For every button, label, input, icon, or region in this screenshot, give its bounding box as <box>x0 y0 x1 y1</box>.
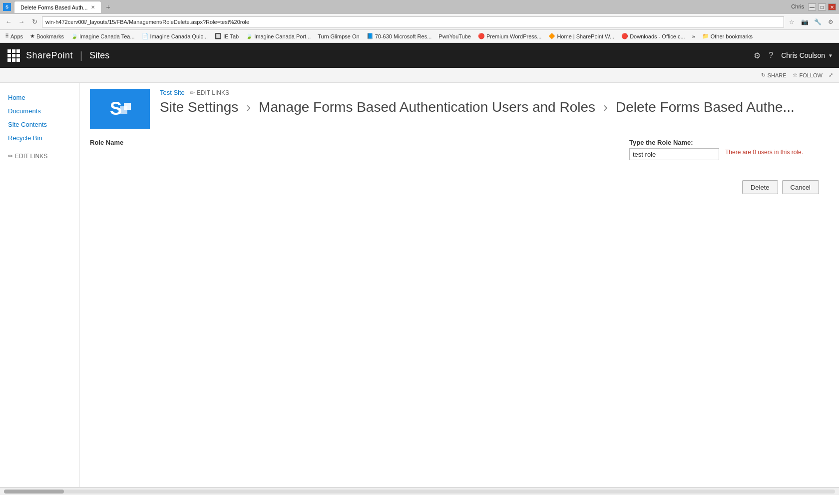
bookmark-other[interactable]: 📁 Other bookmarks <box>700 32 755 40</box>
tab-favicon: S <box>3 3 11 11</box>
settings-icon-topnav[interactable]: ⚙ <box>754 51 761 60</box>
form-error-message: There are 0 users in this role. <box>725 148 803 157</box>
refresh-button[interactable]: ↻ <box>29 16 40 27</box>
bookmark-apps[interactable]: ⠿ Apps <box>3 32 25 40</box>
site-logo-letters: S <box>90 89 150 129</box>
office-icon: 🔴 <box>621 33 628 39</box>
bookmark-more[interactable]: » <box>690 32 697 40</box>
user-menu[interactable]: Chris Coulson ▼ <box>781 51 833 59</box>
sidebar-item-site-contents[interactable]: Site Contents <box>0 118 79 131</box>
horizontal-scrollbar[interactable] <box>0 487 839 495</box>
bookmark-bookmarks[interactable]: ★ Bookmarks <box>28 32 66 40</box>
v-icon: 🔶 <box>548 33 555 39</box>
pencil-icon-leftnav: ✏ <box>8 153 13 160</box>
share-button[interactable]: ↻ SHARE <box>761 72 787 78</box>
tab-title: Delete Forms Based Auth... <box>20 4 88 10</box>
svg-marker-3 <box>120 106 127 114</box>
sites-label: Sites <box>89 50 109 61</box>
apps-label: ⠿ <box>5 33 9 39</box>
form-input-row: There are 0 users in this role. <box>629 148 819 160</box>
sp-content: Home Documents Site Contents Recycle Bin… <box>0 83 839 487</box>
site-header: S Test Site ✏ EDIT LINKS Si <box>90 83 829 129</box>
ie-icon: 🔲 <box>215 33 222 39</box>
new-tab-button[interactable]: + <box>106 3 110 11</box>
scrollbar-track <box>4 490 835 494</box>
sharepoint-topnav: SharePoint | Sites ⚙ ? Chris Coulson ▼ <box>0 43 839 68</box>
site-title-link[interactable]: Test Site <box>160 89 185 96</box>
share-icon: ↻ <box>761 72 766 78</box>
star-icon-ribbon: ☆ <box>793 72 798 78</box>
focus-icon: ⤢ <box>829 72 833 78</box>
topnav-right: ⚙ ? Chris Coulson ▼ <box>754 51 833 60</box>
book-icon: 📘 <box>367 33 374 39</box>
ribbon-bar: ↻ SHARE ☆ FOLLOW ⤢ <box>0 68 839 83</box>
star-icon[interactable]: ☆ <box>786 16 797 27</box>
bookmark-70-630[interactable]: 📘 70-630 Microsoft Res... <box>365 32 434 40</box>
site-edit-links-button[interactable]: ✏ EDIT LINKS <box>190 89 229 96</box>
leaf-icon: 🍃 <box>71 33 78 39</box>
browser-tab[interactable]: Delete Forms Based Auth... ✕ <box>14 1 101 13</box>
site-nav-area: Test Site ✏ EDIT LINKS Site Settings › M… <box>160 89 829 115</box>
form-section: Role Name Type the Role Name: There are … <box>90 139 829 160</box>
user-name: Chris Coulson <box>781 51 825 59</box>
back-button[interactable]: ← <box>3 16 14 27</box>
page-title-breadcrumb: Site Settings › Manage Forms Based Authe… <box>160 99 829 115</box>
scrollbar-thumb[interactable] <box>4 490 64 494</box>
bookmark-downloads-office[interactable]: 🔴 Downloads - Office.c... <box>619 32 687 40</box>
type-role-name-label: Type the Role Name: <box>629 139 819 146</box>
maximize-button[interactable]: □ <box>818 3 826 10</box>
ie-compat-icon[interactable]: 🔧 <box>812 16 823 27</box>
bookmark-turn-glimpse[interactable]: Turn Glimpse On <box>316 32 361 40</box>
sidebar-item-recycle-bin[interactable]: Recycle Bin <box>0 131 79 145</box>
tab-close-button[interactable]: ✕ <box>91 4 95 10</box>
bookmark-imagine-canada-port[interactable]: 🍃 Imagine Canada Port... <box>244 32 313 40</box>
star-icon-bm: ★ <box>30 33 35 39</box>
logo-separator: | <box>80 50 82 61</box>
breadcrumb-part3: Delete Forms Based Authe... <box>616 99 795 115</box>
window-controls: Chris — □ ✕ <box>791 3 836 10</box>
focus-button[interactable]: ⤢ <box>829 72 833 78</box>
site-logo-svg: S <box>105 94 135 124</box>
sharepoint-label: SharePoint <box>26 50 73 61</box>
camera-icon[interactable]: 📷 <box>799 16 810 27</box>
bookmark-imagine-canada-team[interactable]: 🍃 Imagine Canada Tea... <box>69 32 136 40</box>
forward-button[interactable]: → <box>16 16 27 27</box>
user-label: Chris <box>791 3 804 10</box>
pencil-icon-site: ✏ <box>190 89 195 96</box>
minimize-button[interactable]: — <box>808 3 816 10</box>
sidebar-item-home[interactable]: Home <box>0 91 79 104</box>
bookmark-premium-wordpress[interactable]: 🔴 Premium WordPress... <box>476 32 543 40</box>
role-name-input[interactable] <box>629 148 719 160</box>
leftnav-edit-links[interactable]: ✏ EDIT LINKS <box>0 149 79 164</box>
follow-button[interactable]: ☆ FOLLOW <box>793 72 823 78</box>
bookmark-pwnyoutube[interactable]: PwnYouTube <box>436 32 473 40</box>
role-name-label: Role Name <box>90 139 123 146</box>
doc-icon: 📄 <box>142 33 149 39</box>
close-button[interactable]: ✕ <box>828 3 836 10</box>
sidebar-item-documents[interactable]: Documents <box>0 104 79 118</box>
cancel-button[interactable]: Cancel <box>782 180 819 194</box>
breadcrumb-part1: Site Settings <box>160 99 238 115</box>
address-input[interactable] <box>42 16 784 27</box>
form-right-column: Type the Role Name: There are 0 users in… <box>629 139 829 160</box>
sp-logo: SharePoint | Sites <box>26 50 109 61</box>
bookmark-imagine-canada-quick[interactable]: 📄 Imagine Canada Quic... <box>140 32 210 40</box>
delete-button[interactable]: Delete <box>742 180 778 194</box>
form-label-column: Role Name <box>90 139 190 160</box>
folder-icon: 📁 <box>702 33 709 39</box>
left-navigation: Home Documents Site Contents Recycle Bin… <box>0 83 80 487</box>
settings-icon[interactable]: ⚙ <box>825 16 836 27</box>
bookmarks-bar: ⠿ Apps ★ Bookmarks 🍃 Imagine Canada Tea.… <box>0 30 839 43</box>
form-actions: Delete Cancel <box>90 180 829 194</box>
help-icon-topnav[interactable]: ? <box>769 51 773 60</box>
app-launcher-button[interactable] <box>6 48 21 63</box>
bookmark-home-sharepoint[interactable]: 🔶 Home | SharePoint W... <box>546 32 616 40</box>
address-bar-icons: ☆ 📷 🔧 ⚙ <box>786 16 836 27</box>
site-title-bar: Test Site ✏ EDIT LINKS <box>160 89 829 96</box>
bookmark-ie-tab[interactable]: 🔲 IE Tab <box>213 32 241 40</box>
breadcrumb-sep1: › <box>246 99 251 115</box>
user-chevron-icon: ▼ <box>828 53 833 58</box>
breadcrumb-part2: Manage Forms Based Authentication Users … <box>259 99 595 115</box>
main-content: S Test Site ✏ EDIT LINKS Si <box>80 83 839 487</box>
address-bar: ← → ↻ ☆ 📷 🔧 ⚙ <box>0 14 839 30</box>
